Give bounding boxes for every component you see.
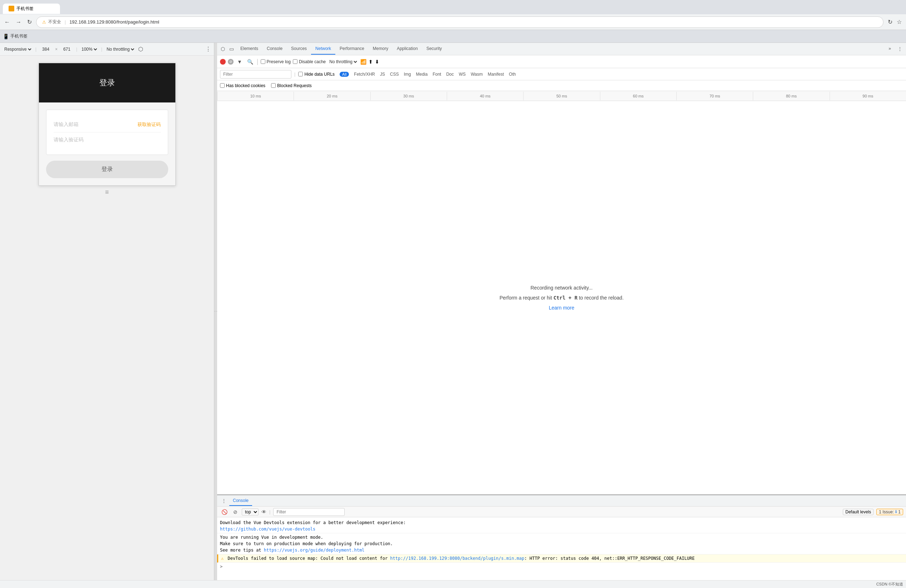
bookmark-item[interactable]: 📱 手机书签 [3, 33, 27, 39]
eye-button[interactable]: 👁 [262, 509, 266, 515]
preserve-log-checkbox[interactable] [261, 59, 265, 64]
browser-tab[interactable]: 手机书签 [3, 3, 60, 14]
zoom-selector[interactable]: 100% [80, 46, 98, 52]
hide-data-urls-checkbox[interactable] [298, 72, 303, 76]
tab-application[interactable]: Application [392, 43, 422, 55]
mobile-frame-container: 登录 请输入邮箱 获取验证码 [38, 63, 176, 199]
filter-font-btn[interactable]: Font [430, 71, 443, 78]
filter-doc-btn[interactable]: Doc [444, 71, 456, 78]
search-button[interactable]: 🔍 [246, 58, 255, 65]
login-submit-button[interactable]: 登录 [46, 161, 168, 178]
learn-more-link[interactable]: Learn more [549, 305, 574, 311]
blocked-requests-checkbox[interactable] [271, 83, 276, 88]
filter-fetchxhr-btn[interactable]: Fetch/XHR [352, 71, 377, 78]
extra-options-btn[interactable]: ⋮ [205, 46, 211, 53]
status-bar: CSDN ©不知道 [0, 580, 906, 588]
security-text: 不安全 [48, 19, 61, 25]
tab-security[interactable]: Security [422, 43, 446, 55]
height-input[interactable] [61, 47, 73, 52]
mobile-frame: 登录 请输入邮箱 获取验证码 [38, 63, 176, 186]
login-body: 请输入邮箱 获取验证码 请输入验证码 [39, 102, 175, 185]
vue-devtools-link[interactable]: https://github.com/vuejs/vue-devtools [220, 527, 315, 532]
console-tab-bar: ⋮ Console [217, 495, 906, 507]
default-levels-button[interactable]: Default levels [843, 509, 874, 515]
tab-console-lower[interactable]: Console [229, 496, 252, 506]
console-message-2: You are running Vue in development mode.… [217, 533, 906, 555]
console-input[interactable] [224, 564, 903, 569]
devtools-device-btn[interactable]: ▭ [227, 45, 236, 53]
export-btn[interactable]: ⬇ [375, 59, 379, 65]
tab-memory[interactable]: Memory [368, 43, 392, 55]
filter-other-btn[interactable]: Oth [507, 71, 518, 78]
code-field[interactable]: 请输入验证码 [54, 132, 161, 147]
console-filter-input[interactable] [273, 508, 345, 516]
record-button[interactable] [220, 59, 226, 65]
has-blocked-cookies-checkbox[interactable] [220, 83, 225, 88]
tab-more[interactable]: » [884, 43, 895, 55]
reload-button[interactable]: ↻ [26, 17, 33, 27]
devtools-inspect-btn[interactable]: ⬡ [219, 45, 227, 53]
perform-text: Perform a request or hit Ctrl + R to rec… [499, 295, 624, 301]
timeline-60ms: 60 ms [600, 92, 676, 100]
address-input[interactable]: ⚠ 不安全 | 192.168.199.129:8080/front/page/… [36, 16, 884, 28]
source-map-link[interactable]: http://192.168.199.129:8080/backend/plug… [390, 556, 525, 561]
forward-button[interactable]: → [14, 18, 23, 27]
throttle-selector[interactable]: No throttling [105, 46, 136, 52]
issues-icon: ℹ [895, 510, 897, 514]
network-throttle-dropdown[interactable]: No throttling [328, 59, 358, 65]
console-options-btn[interactable]: ⋮ [220, 497, 228, 504]
timeline-bar: 10 ms 20 ms 30 ms 40 ms 50 ms 60 ms 70 m… [217, 91, 906, 101]
filter-img-btn[interactable]: Img [402, 71, 413, 78]
device-selector[interactable]: Responsive [3, 46, 32, 52]
preserve-log-label[interactable]: Preserve log [261, 59, 291, 64]
filter-js-btn[interactable]: JS [378, 71, 387, 78]
tab-elements[interactable]: Elements [236, 43, 263, 55]
bookmark-star-icon[interactable]: ☆ [895, 17, 903, 27]
blocked-requests-label[interactable]: Blocked Requests [271, 83, 312, 88]
offline-wifi-btn[interactable]: 📶 [360, 59, 367, 65]
filter-button[interactable]: ▼ [236, 58, 244, 65]
has-blocked-cookies-label[interactable]: Has blocked cookies [220, 83, 265, 88]
get-code-button[interactable]: 获取验证码 [137, 121, 161, 128]
stop-button[interactable]: ⊘ [228, 59, 234, 65]
width-input[interactable] [39, 47, 52, 52]
tab-sources[interactable]: Sources [287, 43, 311, 55]
disable-cache-checkbox[interactable] [293, 59, 297, 64]
disable-cache-label[interactable]: Disable cache [293, 59, 326, 64]
toolbar-divider-1: | [35, 47, 37, 52]
main-content: Responsive | × | 100% | No throttling ⬡ … [0, 43, 906, 580]
mobile-preview-panel: Responsive | × | 100% | No throttling ⬡ … [0, 43, 214, 580]
filter-manifest-btn[interactable]: Manifest [486, 71, 506, 78]
console-clear-btn[interactable]: 🚫 [220, 508, 229, 516]
console-prompt[interactable]: > [217, 563, 906, 570]
toolbar-divider-3: | [101, 47, 102, 52]
deployment-guide-link[interactable]: https://vuejs.org/guide/deployment.html [264, 548, 365, 553]
more-options-btn[interactable]: ⬡ [138, 46, 143, 53]
issues-badge[interactable]: 1 Issue: ℹ 1 [876, 509, 903, 515]
filter-wasm-btn[interactable]: Wasm [469, 71, 485, 78]
tab-bar: 手机书签 [0, 0, 906, 14]
security-icon: ⚠ [42, 20, 46, 25]
bookmark-favicon: 📱 [3, 33, 9, 39]
filter-input[interactable] [220, 70, 292, 78]
tab-network[interactable]: Network [311, 43, 335, 55]
email-placeholder: 请输入邮箱 [54, 121, 137, 128]
context-selector[interactable]: top [242, 508, 258, 516]
devtools-settings-btn[interactable]: ⋮ [895, 45, 904, 53]
tab-console[interactable]: Console [263, 43, 287, 55]
filter-css-btn[interactable]: CSS [388, 71, 401, 78]
resize-handle[interactable]: ⋮ [214, 43, 217, 580]
disable-cache-text: Disable cache [299, 59, 326, 64]
filter-ws-btn[interactable]: WS [457, 71, 468, 78]
refresh-icon[interactable]: ↻ [886, 17, 894, 27]
hide-data-urls-label[interactable]: Hide data URLs [298, 72, 335, 77]
email-field[interactable]: 请输入邮箱 获取验证码 [54, 117, 161, 132]
filter-media-btn[interactable]: Media [414, 71, 430, 78]
keyboard-shortcut: Ctrl + R [553, 295, 577, 301]
tab-performance[interactable]: Performance [335, 43, 368, 55]
import-btn[interactable]: ⬆ [368, 59, 373, 65]
divider: | [65, 19, 66, 25]
back-button[interactable]: ← [3, 18, 11, 27]
filter-all-btn[interactable]: All [338, 71, 351, 78]
console-block-btn[interactable]: ⊘ [232, 508, 239, 516]
